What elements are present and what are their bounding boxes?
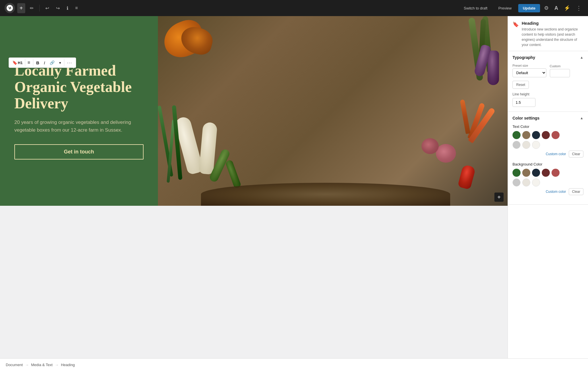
bg-color-warm-white[interactable]	[522, 178, 530, 187]
update-button[interactable]: Update	[518, 4, 540, 12]
text-color-label: Text Color	[512, 124, 583, 129]
color-settings-title: Color settings	[512, 116, 539, 120]
wp-logo	[5, 3, 15, 13]
preset-size-field: Preset size Default	[512, 64, 546, 77]
more-menu-button[interactable]: ⋮	[574, 3, 583, 13]
main-layout: 🔖 H1 ≡ B I 🔗 ▾ ··· Locally Farmed Organi…	[0, 16, 588, 358]
panel-header-content: Heading Introduce new sections and organ…	[522, 21, 583, 47]
redo-button[interactable]: ↪	[54, 4, 62, 13]
bg-color-navy[interactable]	[532, 169, 540, 177]
text-color-dark-red[interactable]	[542, 131, 550, 139]
more-options-button[interactable]: ···	[65, 59, 75, 67]
bg-custom-color-link[interactable]: Custom color	[546, 190, 566, 194]
bg-color-light-grey[interactable]	[512, 178, 521, 187]
bg-color-off-white[interactable]	[532, 178, 540, 187]
text-color-swatches-row2	[512, 141, 583, 149]
bg-color-swatches-row2	[512, 178, 583, 187]
right-panel: 🔖 Heading Introduce new sections and org…	[508, 16, 588, 358]
panel-header: 🔖 Heading Introduce new sections and org…	[508, 16, 588, 51]
panel-bookmark-icon: 🔖	[512, 21, 519, 28]
preview-button[interactable]: Preview	[494, 4, 516, 12]
text-color-warm-white[interactable]	[522, 141, 530, 149]
bg-color-dark-red[interactable]	[542, 169, 550, 177]
switch-draft-button[interactable]: Switch to draft	[459, 4, 492, 12]
align-button[interactable]: ≡	[25, 58, 32, 67]
typography-chevron-icon	[580, 55, 583, 59]
custom-size-input[interactable]	[550, 69, 570, 77]
vegetable-image	[158, 16, 508, 206]
styles-button[interactable]: A	[553, 3, 560, 13]
color-settings-section-header[interactable]: Color settings	[508, 112, 588, 124]
breadcrumb: Document → Media & Text → Heading	[0, 358, 588, 371]
custom-size-label: Custom	[550, 64, 584, 68]
preset-size-label: Preset size	[512, 64, 546, 67]
reset-button[interactable]: Reset	[512, 81, 529, 89]
dropdown-button[interactable]: ▾	[57, 59, 63, 67]
preset-size-select[interactable]: Default	[512, 68, 546, 77]
plugin-button[interactable]: ⚡	[562, 3, 572, 13]
line-height-label: Line height	[512, 92, 583, 96]
breadcrumb-heading[interactable]: Heading	[61, 363, 75, 367]
hero-subtext[interactable]: 20 years of growing organic vegetables a…	[14, 118, 144, 134]
text-color-off-white[interactable]	[532, 141, 540, 149]
text-color-swatches	[512, 131, 583, 139]
bookmark-icon: 🔖	[12, 60, 17, 65]
typography-section-header[interactable]: Typography	[508, 51, 588, 64]
link-button[interactable]: 🔗	[47, 59, 57, 67]
hero-left: Locally Farmed Organic Vegetable Deliver…	[0, 16, 158, 206]
block-type-button[interactable]: 🔖 H1	[10, 59, 25, 67]
text-color-green-dark[interactable]	[512, 131, 521, 139]
editor-area: 🔖 H1 ≡ B I 🔗 ▾ ··· Locally Farmed Organi…	[0, 16, 508, 358]
get-in-touch-button[interactable]: Get in touch	[14, 144, 144, 159]
bg-color-green-dark[interactable]	[512, 169, 521, 177]
breadcrumb-document[interactable]: Document	[6, 363, 23, 367]
text-color-brown[interactable]	[522, 131, 530, 139]
onion-1	[436, 144, 456, 163]
line-height-input[interactable]	[512, 98, 535, 107]
topbar-divider	[39, 5, 40, 11]
toolbar-separator-2	[64, 59, 64, 66]
text-custom-color-link[interactable]: Custom color	[546, 152, 566, 156]
text-color-navy[interactable]	[532, 131, 540, 139]
italic-button[interactable]: I	[42, 59, 47, 67]
color-settings-content: Text Color Custom color Clear	[508, 124, 588, 204]
hero-right	[158, 16, 508, 206]
add-block-button[interactable]: +	[17, 3, 25, 13]
text-color-actions: Custom color Clear	[512, 151, 583, 157]
editor-inner: 🔖 H1 ≡ B I 🔗 ▾ ··· Locally Farmed Organi…	[0, 16, 508, 206]
breadcrumb-arrow-1: →	[25, 363, 29, 367]
panel-title: Heading	[522, 21, 583, 26]
undo-button[interactable]: ↩	[43, 4, 51, 13]
info-button[interactable]: ℹ	[64, 4, 71, 13]
preset-size-row: Preset size Default Custom	[512, 64, 583, 77]
typography-section-content: Preset size Default Custom Reset Line he…	[508, 64, 588, 112]
text-color-rose[interactable]	[552, 131, 560, 139]
bg-color-brown[interactable]	[522, 169, 530, 177]
bg-color-swatches	[512, 169, 583, 177]
settings-button[interactable]: ⚙	[542, 3, 550, 13]
topbar-right: Switch to draft Preview Update ⚙ A ⚡ ⋮	[459, 3, 583, 13]
bg-clear-button[interactable]: Clear	[569, 188, 583, 195]
grains	[201, 183, 450, 206]
panel-heading-row: 🔖 Heading Introduce new sections and org…	[512, 21, 583, 47]
eggplant-1	[488, 51, 499, 85]
list-view-button[interactable]: ≡	[73, 4, 80, 12]
tools-button[interactable]: ✏	[28, 4, 36, 13]
typography-section-title: Typography	[512, 55, 535, 60]
color-settings-section: Color settings Text Color	[508, 112, 588, 205]
custom-size-field: Custom	[550, 64, 584, 77]
text-clear-button[interactable]: Clear	[569, 151, 583, 157]
bold-button[interactable]: B	[34, 59, 42, 67]
typography-section: Typography Preset size Default Custom	[508, 51, 588, 112]
bg-color-rose[interactable]	[552, 169, 560, 177]
hero-heading[interactable]: Locally Farmed Organic Vegetable Deliver…	[14, 62, 144, 112]
breadcrumb-media-text[interactable]: Media & Text	[31, 363, 53, 367]
block-toolbar: 🔖 H1 ≡ B I 🔗 ▾ ···	[9, 57, 76, 68]
hero-section: Locally Farmed Organic Vegetable Deliver…	[0, 16, 508, 206]
onion-2	[421, 138, 439, 154]
add-block-in-section-button[interactable]: +	[494, 193, 504, 202]
text-color-light-grey[interactable]	[512, 141, 521, 149]
bg-color-label: Background Color	[512, 162, 583, 166]
bg-color-actions: Custom color Clear	[512, 188, 583, 195]
panel-description: Introduce new sections and organize cont…	[522, 27, 583, 47]
